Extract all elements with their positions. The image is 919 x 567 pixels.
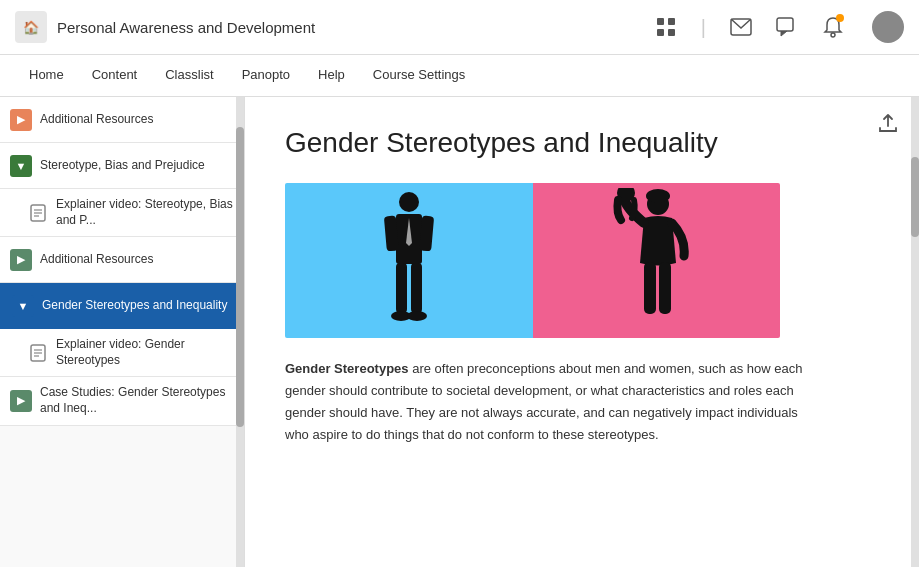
expand-icon-2[interactable]: ▼: [10, 155, 32, 177]
right-scrollbar[interactable]: [911, 97, 919, 567]
notification-bell-icon[interactable]: [818, 12, 848, 42]
gender-image: [285, 183, 780, 338]
sidebar-item-case-studies[interactable]: ▶ Case Studies: Gender Stereotypes and I…: [0, 377, 244, 425]
mail-icon[interactable]: [726, 12, 756, 42]
svg-point-15: [399, 192, 419, 212]
nav-classlist[interactable]: Classlist: [151, 55, 227, 97]
doc-icon-2: [30, 344, 48, 362]
male-side: [285, 183, 533, 338]
sidebar-item-additional-resources-1[interactable]: ▶ Additional Resources: [0, 97, 244, 143]
separator: |: [701, 16, 706, 39]
home-button[interactable]: 🏠: [15, 11, 47, 43]
sidebar-label-5: Gender Stereotypes and Inequality: [42, 298, 227, 314]
expand-icon-5[interactable]: ▶: [10, 390, 32, 412]
svg-rect-26: [644, 262, 656, 314]
content-area: Gender Stereotypes and Inequality: [245, 97, 919, 567]
svg-rect-5: [777, 18, 793, 31]
svg-point-23: [407, 311, 427, 321]
svg-rect-27: [659, 262, 671, 314]
svg-rect-1: [668, 18, 675, 25]
sidebar-label-4: Additional Resources: [40, 252, 153, 268]
expand-icon-4[interactable]: ▼: [12, 295, 34, 317]
sidebar-label-6: Explainer video: Gender Stereotypes: [56, 337, 234, 368]
right-scrollbar-thumb[interactable]: [911, 157, 919, 237]
top-bar-icons: |: [651, 11, 904, 43]
sidebar-item-explainer-gender[interactable]: Explainer video: Gender Stereotypes: [0, 329, 244, 377]
app-title: Personal Awareness and Development: [57, 19, 651, 36]
nav-course-settings[interactable]: Course Settings: [359, 55, 480, 97]
sidebar-item-stereotype[interactable]: ▼ Stereotype, Bias and Prejudice: [0, 143, 244, 189]
nav-bar: Home Content Classlist Panopto Help Cour…: [0, 55, 919, 97]
svg-rect-3: [668, 29, 675, 36]
svg-point-25: [646, 189, 670, 203]
nav-home[interactable]: Home: [15, 55, 78, 97]
sidebar-label-7: Case Studies: Gender Stereotypes and Ine…: [40, 385, 234, 416]
content-bold: Gender Stereotypes: [285, 361, 409, 376]
expand-icon-1[interactable]: ▶: [10, 109, 32, 131]
sidebar-label-2: Stereotype, Bias and Prejudice: [40, 158, 205, 174]
svg-rect-2: [657, 29, 664, 36]
nav-help[interactable]: Help: [304, 55, 359, 97]
svg-rect-21: [411, 263, 422, 313]
sidebar: ▶ Additional Resources ▼ Stereotype, Bia…: [0, 97, 245, 567]
grid-icon[interactable]: [651, 12, 681, 42]
upload-icon[interactable]: [877, 112, 899, 139]
svg-rect-20: [396, 263, 407, 313]
sidebar-item-gender-stereotypes[interactable]: ▼ Gender Stereotypes and Inequality: [0, 283, 244, 329]
top-bar: 🏠 Personal Awareness and Development |: [0, 0, 919, 55]
main-layout: ▶ Additional Resources ▼ Stereotype, Bia…: [0, 97, 919, 567]
svg-point-6: [831, 33, 835, 37]
content-title: Gender Stereotypes and Inequality: [285, 127, 879, 159]
home-icon: 🏠: [23, 20, 39, 35]
svg-rect-0: [657, 18, 664, 25]
sidebar-label-1: Additional Resources: [40, 112, 153, 128]
notification-badge: [836, 14, 844, 22]
sidebar-item-additional-resources-2[interactable]: ▶ Additional Resources: [0, 237, 244, 283]
sidebar-item-explainer-stereotype[interactable]: Explainer video: Stereotype, Bias and P.…: [0, 189, 244, 237]
nav-content[interactable]: Content: [78, 55, 152, 97]
doc-icon-1: [30, 204, 48, 222]
female-side: [533, 183, 781, 338]
user-avatar[interactable]: [872, 11, 904, 43]
expand-icon-3[interactable]: ▶: [10, 249, 32, 271]
chat-icon[interactable]: [772, 12, 802, 42]
sidebar-label-3: Explainer video: Stereotype, Bias and P.…: [56, 197, 234, 228]
nav-panopto[interactable]: Panopto: [228, 55, 304, 97]
content-paragraph: Gender Stereotypes are often preconcepti…: [285, 358, 815, 446]
